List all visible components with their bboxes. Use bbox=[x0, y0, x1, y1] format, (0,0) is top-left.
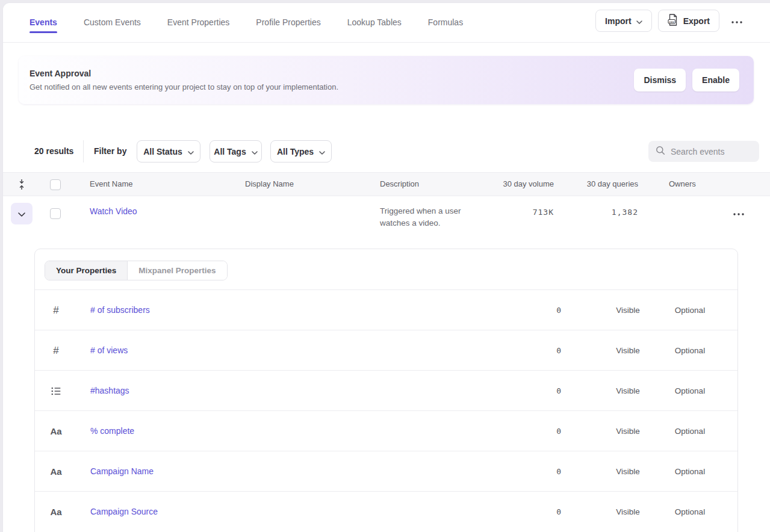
column-event-name: Event Name bbox=[90, 173, 133, 196]
top-controls: Import csv Export bbox=[595, 10, 745, 32]
chevron-down-icon bbox=[252, 147, 258, 156]
event-approval-banner: Event Approval Get notified on all new e… bbox=[19, 56, 754, 104]
types-filter-label: All Types bbox=[277, 147, 314, 156]
property-name-link[interactable]: # of subscribers bbox=[90, 305, 150, 315]
tab-custom-events-label: Custom Events bbox=[84, 17, 141, 27]
property-queries: 0 bbox=[556, 346, 562, 355]
property-name-link[interactable]: #hashtags bbox=[90, 386, 129, 395]
lexicon-tabs: Events Custom Events Event Properties Pr… bbox=[29, 17, 463, 33]
column-owners: Owners bbox=[669, 173, 696, 196]
csv-file-icon: csv bbox=[668, 14, 678, 28]
events-table-header: Event Name Display Name Description 30 d… bbox=[3, 172, 770, 196]
tab-your-properties[interactable]: Your Properties bbox=[45, 261, 128, 280]
event-name-link[interactable]: Watch Video bbox=[90, 206, 137, 216]
property-requirement[interactable]: Optional bbox=[672, 427, 708, 436]
property-queries: 0 bbox=[556, 427, 562, 436]
export-button-label: Export bbox=[683, 16, 710, 26]
select-all-checkbox[interactable] bbox=[50, 179, 61, 190]
property-row: # # of views 0 Visible Optional bbox=[35, 330, 737, 370]
tags-filter-dropdown[interactable]: All Tags bbox=[210, 140, 262, 162]
property-row: #hashtags 0 Visible Optional bbox=[35, 370, 737, 410]
event-properties-card: Your Properties Mixpanel Properties # # … bbox=[34, 249, 738, 532]
property-requirement[interactable]: Optional bbox=[672, 306, 708, 315]
list-type-icon bbox=[49, 371, 63, 411]
tab-event-properties[interactable]: Event Properties bbox=[167, 17, 230, 33]
ellipsis-icon bbox=[731, 16, 742, 25]
export-button[interactable]: csv Export bbox=[658, 10, 719, 32]
property-visibility[interactable]: Visible bbox=[610, 507, 646, 516]
property-queries: 0 bbox=[556, 386, 562, 395]
property-visibility[interactable]: Visible bbox=[610, 427, 646, 436]
property-visibility[interactable]: Visible bbox=[610, 346, 646, 355]
tab-profile-properties-label: Profile Properties bbox=[256, 17, 320, 27]
results-count: 20 results bbox=[34, 140, 73, 162]
search-input[interactable] bbox=[671, 147, 749, 156]
enable-button[interactable]: Enable bbox=[692, 69, 739, 91]
property-requirement[interactable]: Optional bbox=[672, 346, 708, 355]
number-type-icon: # bbox=[49, 290, 63, 330]
row-more-options-button[interactable] bbox=[731, 206, 747, 220]
tab-events-label: Events bbox=[29, 17, 57, 27]
number-type-icon: # bbox=[49, 330, 63, 371]
property-row: Aa Campaign Source 0 Visible Optional bbox=[35, 491, 737, 531]
search-icon bbox=[656, 146, 665, 158]
column-display-name: Display Name bbox=[245, 173, 294, 196]
column-30-day-volume: 30 day volume bbox=[503, 173, 554, 196]
chevron-down-icon bbox=[18, 209, 25, 218]
property-name-link[interactable]: Campaign Source bbox=[90, 507, 158, 516]
column-description: Description bbox=[380, 173, 419, 196]
tags-filter-label: All Tags bbox=[214, 147, 246, 156]
active-tab-underline bbox=[29, 31, 57, 33]
property-visibility[interactable]: Visible bbox=[610, 306, 646, 315]
tab-formulas-label: Formulas bbox=[428, 17, 463, 27]
text-type-icon: Aa bbox=[49, 411, 63, 451]
dismiss-button[interactable]: Dismiss bbox=[634, 69, 686, 91]
property-visibility[interactable]: Visible bbox=[610, 467, 646, 476]
property-name-link[interactable]: # of views bbox=[90, 345, 128, 355]
property-requirement[interactable]: Optional bbox=[672, 386, 708, 395]
property-row: Aa Campaign Name 0 Visible Optional bbox=[35, 451, 737, 491]
status-filter-label: All Status bbox=[143, 147, 182, 156]
filter-bar: 20 results Filter by All Status All Tags… bbox=[3, 140, 770, 162]
app-panel: Events Custom Events Event Properties Pr… bbox=[2, 2, 770, 532]
collapse-row-button[interactable] bbox=[11, 203, 33, 224]
event-description: Triggered when a user watches a video. bbox=[380, 205, 461, 229]
text-type-icon: Aa bbox=[49, 451, 63, 492]
row-checkbox[interactable] bbox=[50, 208, 61, 219]
tab-events[interactable]: Events bbox=[29, 17, 57, 33]
divider bbox=[83, 140, 84, 162]
import-button-label: Import bbox=[605, 16, 632, 26]
property-row: Aa % complete 0 Visible Optional bbox=[35, 410, 737, 451]
banner-actions: Dismiss Enable bbox=[634, 69, 739, 91]
property-name-link[interactable]: % complete bbox=[90, 426, 134, 436]
chevron-down-icon bbox=[188, 147, 194, 156]
properties-tab-switcher: Your Properties Mixpanel Properties bbox=[45, 261, 228, 280]
collapse-all-icon[interactable] bbox=[18, 179, 25, 190]
tab-custom-events[interactable]: Custom Events bbox=[84, 17, 141, 33]
tab-lookup-tables[interactable]: Lookup Tables bbox=[347, 17, 402, 33]
event-description-line1: Triggered when a user bbox=[380, 205, 461, 217]
property-requirement[interactable]: Optional bbox=[672, 507, 708, 516]
event-queries-value: 1,382 bbox=[612, 208, 638, 217]
import-button[interactable]: Import bbox=[595, 10, 652, 32]
tab-formulas[interactable]: Formulas bbox=[428, 17, 463, 33]
svg-text:csv: csv bbox=[669, 20, 674, 23]
tab-profile-properties[interactable]: Profile Properties bbox=[256, 17, 320, 33]
property-queries: 0 bbox=[556, 306, 562, 315]
property-requirement[interactable]: Optional bbox=[672, 467, 708, 476]
text-type-icon: Aa bbox=[49, 492, 63, 532]
chevron-down-icon bbox=[636, 16, 642, 26]
event-row-watch-video: Watch Video Triggered when a user watche… bbox=[3, 196, 770, 249]
chevron-down-icon bbox=[319, 147, 325, 156]
property-name-link[interactable]: Campaign Name bbox=[90, 466, 154, 476]
tab-mixpanel-properties[interactable]: Mixpanel Properties bbox=[128, 261, 226, 280]
types-filter-dropdown[interactable]: All Types bbox=[270, 140, 332, 162]
property-queries: 0 bbox=[556, 467, 562, 476]
tab-event-properties-label: Event Properties bbox=[167, 17, 230, 27]
ellipsis-icon bbox=[733, 208, 744, 217]
column-30-day-queries: 30 day queries bbox=[587, 173, 638, 196]
search-box bbox=[648, 141, 759, 162]
more-options-button[interactable] bbox=[729, 14, 745, 28]
property-visibility[interactable]: Visible bbox=[610, 386, 646, 395]
status-filter-dropdown[interactable]: All Status bbox=[137, 140, 200, 162]
